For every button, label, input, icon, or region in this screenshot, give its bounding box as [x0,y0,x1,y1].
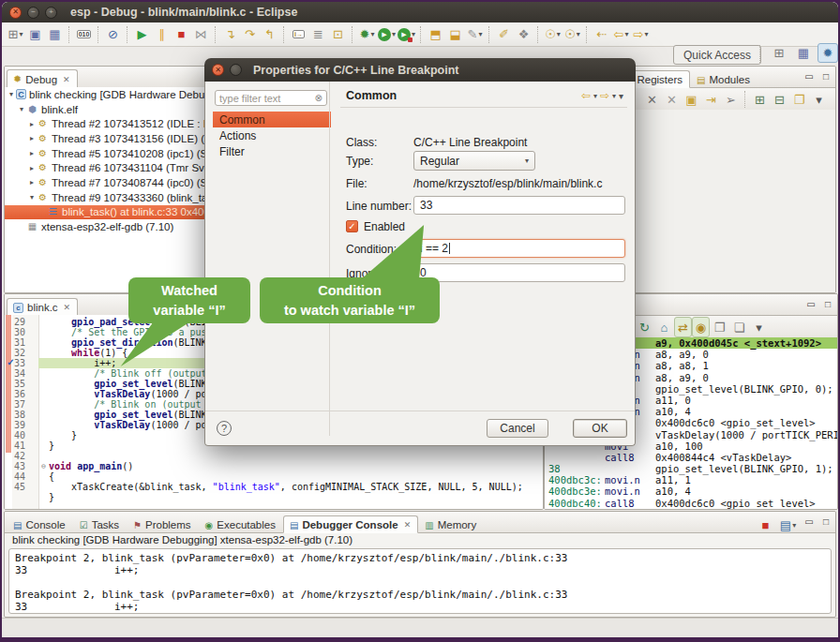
disassembly-line[interactable]: call80x400844c4 <vTaskDelay> [545,452,837,463]
highlight-icon[interactable]: ✐ [494,24,514,45]
debug-tree-row[interactable]: ▸⚙Thread #6 1073431104 (Tmr Svc) (S [5,160,217,175]
filter-input[interactable]: type filter text ⊗ [215,90,327,106]
chevron-down-icon[interactable]: ▾ [792,521,796,530]
debug-tree-row[interactable]: ▸⚙Thread #5 1073410208 (ipc1) (Susp [5,146,217,161]
twistie-icon[interactable]: ▾ [7,90,16,98]
maximize-icon[interactable]: + [45,7,57,19]
marker-icon[interactable]: ✎▾ [465,24,485,45]
add-register-group-icon[interactable]: ▣ [682,89,701,110]
ignore-count-input[interactable]: 0 [413,263,625,282]
step-into-icon[interactable]: ↴ [220,24,240,45]
collapse-all-icon[interactable]: ⊟ [770,89,789,110]
ok-button[interactable]: OK [573,419,627,438]
close-icon[interactable]: ✕ [64,303,71,312]
debug-tree-row[interactable]: ☰blink_task() at blink.c:33 0x400db [5,205,217,220]
remove-all-icon[interactable]: ✕ [662,89,682,110]
trace-icon[interactable]: ⊡ [328,24,348,45]
condition-input[interactable]: i == 2 [413,239,625,258]
expand-all-icon[interactable]: ⊞ [750,89,770,110]
debug-tree-row[interactable]: ▾Cblink checking [GDB Hardware Debug [5,87,217,102]
debug-tree-row[interactable]: ▸⚙Thread #7 1073408744 (ipc0) (Susp [5,175,217,190]
save-icon[interactable]: ▣ [25,24,45,45]
chevron-down-icon[interactable]: ▾ [557,30,561,38]
console-output[interactable]: Breakpoint 2, blink_task (pvParameter=0x… [8,548,832,614]
breakpoint-icon[interactable]: ✓ [5,357,17,368]
chevron-down-icon[interactable]: ▾ [612,92,616,100]
clear-filter-icon[interactable]: ⊗ [315,93,322,103]
twistie-icon[interactable]: ▾ [27,193,37,202]
twistie-icon[interactable]: ▸ [27,134,37,142]
disconnect-icon[interactable]: ⋈ [191,24,211,45]
layout-2-icon[interactable]: ❏ [729,317,749,337]
open-type-icon[interactable]: ☉▾ [543,24,562,45]
run-launch-icon[interactable]: ▶▾ [377,24,397,45]
tab-debug[interactable]: ✹ Debug ✕ [7,69,78,88]
resume-icon[interactable]: ▶ [132,24,152,45]
select-pointer-icon[interactable]: ➢ [721,89,741,110]
tab-memory[interactable]: ▥Memory [418,515,484,533]
close-icon[interactable]: ✕ [404,520,412,530]
tab-modules[interactable]: ▤Modules [690,70,758,88]
maximize-icon[interactable]: □ [819,69,832,82]
forward-icon[interactable]: ⇨▾ [631,24,651,45]
code-line[interactable]: } [12,492,543,502]
minimize-icon[interactable]: ▭ [802,515,816,528]
open-folder-icon[interactable]: ⬒ [426,24,445,45]
layout-1-icon[interactable]: ❐ [710,317,729,337]
minimize-icon[interactable]: ▭ [804,297,818,310]
chevron-down-icon[interactable]: ▾ [644,30,648,38]
cpp-perspective-icon[interactable]: ▦ [793,43,814,63]
chevron-down-icon[interactable]: ▾ [593,92,597,100]
pin-view-icon[interactable]: ⇥ [701,89,721,110]
cancel-button[interactable]: Cancel [487,419,548,438]
code-line[interactable]: 45 xTaskCreate(&blink_task, "blink_task"… [12,482,543,492]
minimize-icon[interactable] [230,64,242,76]
debug-tree-row[interactable]: ▦xtensa-esp32-elf-gdb (7.10) [5,219,217,234]
debug-tree-row[interactable]: ▾⚙Thread #9 1073433360 (blink_task [5,190,217,205]
open-perspective-icon[interactable]: ⊞ [769,43,789,63]
twistie-icon[interactable]: ▸ [27,120,37,128]
back-icon[interactable]: ⇦ [581,89,591,102]
disassembly-line[interactable]: 400dbc3c:movi.na11, 1 [545,474,837,485]
dialog-nav-common[interactable]: Common [213,112,331,127]
quick-access-button[interactable]: Quick Access [673,45,761,65]
code-line[interactable]: 43⊖void app_main() [12,461,543,471]
binary-view-icon[interactable]: 010 [74,24,94,45]
home-icon[interactable]: ⌂ [654,317,674,337]
remove-selected-icon[interactable]: ✕ [642,89,662,110]
twistie-icon[interactable]: ▾ [17,105,26,113]
tab-debugger-console[interactable]: ▤Debugger Console✕ [283,515,418,533]
tab-console[interactable]: ▤Console [7,515,73,533]
view-menu-icon[interactable]: ▾ [619,91,623,101]
help-icon[interactable]: ? [217,421,232,436]
twistie-icon[interactable]: ▸ [27,149,37,157]
enabled-checkbox[interactable]: ✓ [346,220,358,232]
close-icon[interactable]: ✕ [9,7,22,19]
debug-launch-icon[interactable]: ✹▾ [357,24,377,45]
instruction-stepping-icon[interactable]: i→ [289,24,308,45]
chevron-down-icon[interactable]: ▾ [478,30,482,38]
fold-marker-icon[interactable]: ⊖ [38,461,49,471]
maximize-icon[interactable]: □ [821,297,834,310]
tab-tasks[interactable]: ☑Tasks [73,515,127,533]
refresh-icon[interactable]: ↻ [635,317,654,337]
chevron-down-icon[interactable]: ▾ [577,30,580,38]
disassembly-line[interactable]: 400dbc3e:movi.na10, 4 [545,485,837,497]
open-console-icon[interactable]: ▤▾ [778,515,798,535]
debug-perspective-icon[interactable]: ✹ [818,43,838,63]
save-all-icon[interactable]: ▦ [45,24,65,45]
maximize-icon[interactable]: □ [819,515,832,528]
twistie-icon[interactable]: ▸ [27,178,37,187]
code-line[interactable]: 42 [12,451,543,461]
twistie-icon[interactable]: ▸ [27,164,37,172]
close-icon[interactable]: ✕ [212,64,224,76]
skip-all-breakpoints-icon[interactable]: ⊘ [103,24,123,45]
debug-tree-row[interactable]: ▸⚙Thread #3 1073413156 (IDLE) (Susp [5,131,217,146]
minimize-icon[interactable]: − [27,7,39,19]
dialog-nav-filter[interactable]: Filter [213,143,331,159]
view-menu-icon[interactable]: ▾ [809,89,829,110]
toggle-mark-icon[interactable]: ❖ [514,24,533,45]
disassembly-line[interactable]: 400dbc40:call80x400dc6c0 <gpio_set_level… [545,498,837,509]
terminate-console-icon[interactable]: ■ [756,515,775,535]
tab-executables[interactable]: ◉Executables [199,515,283,533]
